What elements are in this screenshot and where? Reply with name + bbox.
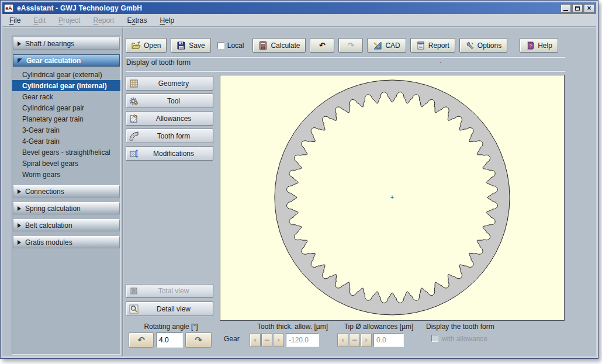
maximize-icon <box>575 6 580 11</box>
tooth-thickness-increment-button: › <box>273 333 284 347</box>
tooth-form-canvas[interactable]: + <box>220 75 565 321</box>
display-tooth-form-label: Display the tooth form <box>426 323 494 331</box>
redo-icon: ↷ <box>348 41 354 49</box>
sidebar-item-cylindrical-gear-internal[interactable]: Cylindrical gear (internal) <box>12 80 120 91</box>
tip-allowance-input <box>373 333 404 347</box>
sidebar-section-gratis-modules[interactable]: Gratis modules <box>13 236 120 248</box>
chevron-left-icon: ‹ <box>341 336 344 344</box>
menu-help[interactable]: Help <box>160 16 174 25</box>
svg-text:?: ? <box>530 43 532 48</box>
sidebar-section-gear-calculation[interactable]: Gear calculation <box>13 54 120 67</box>
allowances-button[interactable]: Allowances <box>126 111 213 126</box>
section-label: Connections <box>25 188 64 196</box>
gear-center-marker: + <box>389 193 396 200</box>
separator <box>126 57 565 58</box>
sidebar-item-spiral-bevel-gears[interactable]: Spiral bevel gears <box>12 158 120 169</box>
total-view-label: Total view <box>141 287 206 295</box>
close-icon: × <box>587 5 591 11</box>
sidebar-item-cylindrical-gear-pair[interactable]: Cylindrical gear pair <box>12 102 120 113</box>
sidebar-item-worm-gears[interactable]: Worm gears <box>12 169 120 180</box>
menu-project: Project <box>58 16 80 25</box>
section-label: Gratis modules <box>25 238 72 247</box>
menu-edit: Edit <box>33 16 46 25</box>
collapsed-arrow-icon <box>18 206 21 211</box>
tooth-thickness-input <box>286 333 319 347</box>
sidebar-item-cylindrical-gear-external[interactable]: Cylindrical gear (external) <box>12 69 120 80</box>
title-bar[interactable]: eA eAssistant - GWJ Technology GmbH × <box>2 2 596 14</box>
allowances-label: Allowances <box>141 115 206 123</box>
sidebar-item-3-gear-train[interactable]: 3-Gear train <box>12 124 120 136</box>
sidebar-section-spring-calculation[interactable]: Spring calculation <box>13 202 120 214</box>
options-button[interactable]: Options <box>459 38 507 53</box>
panel-header-dot: . <box>440 57 441 65</box>
rotate-cw-button[interactable]: ↷ <box>185 332 212 348</box>
section-label: Shaft / bearings <box>25 40 74 48</box>
sidebar-section-connections[interactable]: Connections <box>13 185 120 197</box>
geometry-button[interactable]: Geometry <box>126 76 213 91</box>
collapsed-arrow-icon <box>18 41 21 46</box>
maximize-button[interactable] <box>572 4 583 13</box>
local-checkbox[interactable] <box>217 42 224 49</box>
menu-file[interactable]: File <box>9 16 20 25</box>
tooth-thickness-label: Tooth thick. allow. [µm] <box>241 323 344 331</box>
close-button[interactable]: × <box>584 4 594 13</box>
report-label: Report <box>428 41 449 50</box>
cad-button[interactable]: CAD <box>367 38 406 53</box>
cad-label: CAD <box>385 41 400 50</box>
collapsed-arrow-icon <box>18 189 21 194</box>
cad-set-square-icon <box>373 41 382 50</box>
save-floppy-icon <box>177 41 186 50</box>
with-allowance-label: with allowance <box>442 335 487 343</box>
options-tools-icon <box>465 41 475 50</box>
allowances-drawing-icon <box>126 114 141 123</box>
redo-button: ↷ <box>338 38 363 53</box>
chevron-right-icon: › <box>365 336 368 344</box>
collapsed-arrow-icon <box>18 240 21 245</box>
sidebar-item-gear-rack[interactable]: Gear rack <box>12 91 120 102</box>
open-button[interactable]: Open <box>126 38 167 53</box>
detail-view-magnifier-icon <box>126 304 141 314</box>
tool-button[interactable]: Tool <box>126 93 213 108</box>
section-label: Belt calculation <box>25 221 72 230</box>
rotate-cw-icon: ↷ <box>195 335 202 345</box>
tip-allowance-label: Tip Ø allowances [µm] <box>332 323 425 331</box>
calculator-icon <box>258 41 268 50</box>
sidebar-item-bevel-gears[interactable]: Bevel gears - straight/helical <box>12 147 120 158</box>
undo-button[interactable]: ↶ <box>310 38 334 53</box>
sidebar: Shaft / bearings Gear calculation Cylind… <box>12 36 121 355</box>
total-view-button: Total view <box>126 284 213 298</box>
local-checkbox-group[interactable]: Local <box>215 41 247 50</box>
tooth-thickness-zero-button: − <box>261 333 272 347</box>
menu-extras[interactable]: Extras <box>127 16 147 25</box>
rotating-angle-label: Rotating angle [°] <box>126 323 216 331</box>
app-icon: eA <box>4 4 13 12</box>
rotate-ccw-button[interactable]: ↶ <box>129 332 154 348</box>
tip-allowance-increment-button: › <box>361 333 372 347</box>
detail-view-label: Detail view <box>141 305 206 313</box>
calculate-button[interactable]: Calculate <box>252 38 306 53</box>
sidebar-section-shaft-bearings[interactable]: Shaft / bearings <box>13 37 120 50</box>
help-button[interactable]: ? Help <box>520 38 558 53</box>
report-button[interactable]: Report <box>410 38 455 53</box>
tooth-form-button[interactable]: Tooth form <box>126 129 213 143</box>
tool-gear-icon <box>126 96 141 106</box>
sidebar-item-4-gear-train[interactable]: 4-Gear train <box>12 136 120 147</box>
toolbar: Open Save Local Calculate ↶ ↷ CA <box>126 37 558 53</box>
calculate-label: Calculate <box>271 41 300 50</box>
rotating-angle-input[interactable] <box>156 332 183 348</box>
save-button[interactable]: Save <box>171 38 210 53</box>
total-view-icon <box>126 286 141 296</box>
detail-view-button[interactable]: Detail view <box>126 301 213 316</box>
minimize-button[interactable] <box>561 4 571 13</box>
open-folder-icon <box>132 41 141 50</box>
undo-icon: ↶ <box>319 41 326 49</box>
sidebar-section-belt-calculation[interactable]: Belt calculation <box>13 219 120 231</box>
local-label: Local <box>227 41 244 50</box>
section-label: Gear calculation <box>26 57 81 65</box>
sidebar-divider <box>122 27 123 356</box>
sidebar-item-planetary-gear-train[interactable]: Planetary gear train <box>12 113 120 124</box>
separator <box>126 71 565 72</box>
tool-label: Tool <box>141 97 206 105</box>
modifications-button[interactable]: Modifications <box>126 146 213 161</box>
options-label: Options <box>478 41 501 50</box>
